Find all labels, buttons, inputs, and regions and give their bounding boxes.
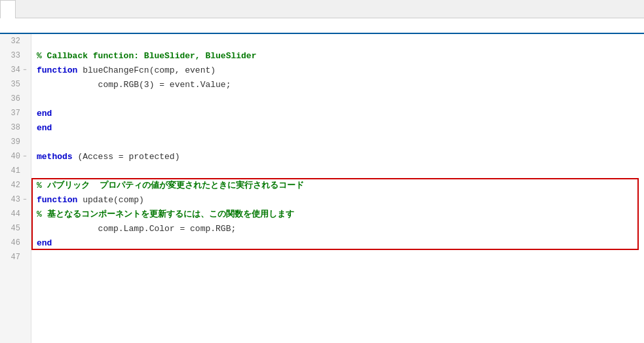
line-num: 40	[7, 152, 20, 161]
line-number-row: 43−	[0, 192, 31, 207]
line-number-row: 34−	[0, 63, 31, 77]
tab-comp1[interactable]	[0, 0, 16, 18]
line-num: 44	[7, 209, 20, 219]
line-number-row: 38	[0, 120, 31, 135]
line-number-row: 45	[0, 221, 31, 236]
code-area[interactable]: % Callback function: BlueSlider, BlueSli…	[31, 34, 644, 343]
code-line: function update(comp)	[37, 192, 644, 207]
code-line: function blueChangeFcn(comp, event)	[37, 63, 644, 77]
line-num: 43	[7, 195, 20, 204]
line-num: 35	[7, 80, 20, 89]
line-numbers: 323334−353637383940−414243−44454647	[0, 34, 31, 343]
line-num: 38	[7, 123, 20, 132]
fold-icon[interactable]: −	[22, 67, 28, 73]
line-number-row: 36	[0, 92, 31, 106]
code-line: % 基となるコンポーネントを更新するには、この関数を使用します	[37, 207, 644, 221]
fold-icon[interactable]: −	[22, 196, 28, 203]
code-line: comp.RGB(3) = event.Value;	[37, 77, 644, 92]
line-number-row: 44	[0, 207, 31, 221]
line-number-row: 35	[0, 77, 31, 92]
code-line: end	[37, 236, 644, 250]
code-line: end	[37, 106, 644, 120]
line-num: 37	[7, 109, 20, 118]
code-line: end	[37, 120, 644, 135]
code-line: comp.Lamp.Color = comp.RGB;	[37, 221, 644, 236]
line-number-row: 47	[0, 250, 31, 264]
editor: 323334−353637383940−414243−44454647 % Ca…	[0, 34, 644, 343]
line-number-row: 42	[0, 178, 31, 192]
line-number-row: 37	[0, 106, 31, 120]
code-line	[37, 164, 644, 178]
line-num: 36	[7, 94, 20, 103]
line-num: 32	[7, 37, 20, 46]
line-number-row: 40−	[0, 149, 31, 164]
code-line	[37, 92, 644, 106]
subtitle-bar	[0, 18, 644, 34]
line-num: 46	[7, 238, 20, 247]
line-num: 41	[7, 166, 20, 175]
line-number-row: 41	[0, 164, 31, 178]
code-line: % パブリック プロパティの値が変更されたときに実行されるコード	[37, 178, 644, 192]
line-number-row: 33	[0, 48, 31, 63]
line-number-row: 32	[0, 34, 31, 48]
line-num: 39	[7, 137, 20, 147]
code-line	[37, 34, 644, 48]
code-line: methods (Access = protected)	[37, 149, 644, 164]
line-number-row: 46	[0, 236, 31, 250]
line-num: 45	[7, 224, 20, 233]
line-number-row: 39	[0, 135, 31, 149]
line-num: 42	[7, 181, 20, 190]
code-line: % Callback function: BlueSlider, BlueSli…	[37, 48, 644, 63]
code-line	[37, 250, 644, 264]
line-num: 47	[7, 253, 20, 262]
fold-icon[interactable]: −	[22, 153, 28, 160]
tab-add-button[interactable]	[16, 0, 26, 18]
line-num: 34	[7, 65, 20, 75]
code-line	[37, 135, 644, 149]
tab-bar	[0, 0, 644, 18]
line-num: 33	[7, 51, 20, 60]
